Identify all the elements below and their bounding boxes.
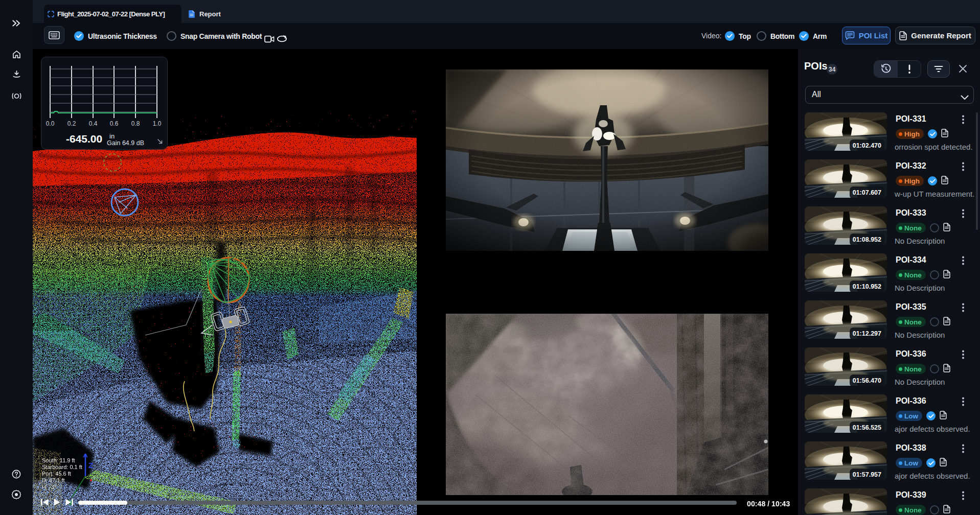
svg-text:0.6: 0.6 — [110, 120, 119, 127]
svg-text:0.8: 0.8 — [131, 120, 140, 127]
svg-text:0.4: 0.4 — [89, 120, 98, 127]
svg-text:0.2: 0.2 — [67, 120, 76, 127]
svg-text:Z: Z — [88, 461, 93, 470]
svg-text:1.0: 1.0 — [153, 120, 162, 127]
svg-text:0.0: 0.0 — [46, 120, 55, 127]
